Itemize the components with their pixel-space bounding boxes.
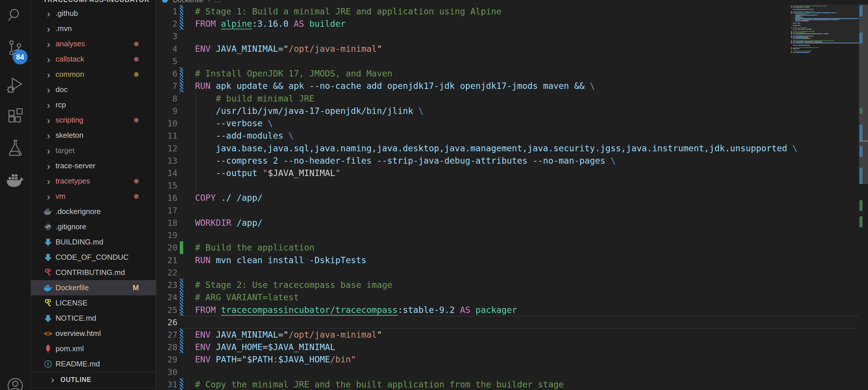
code-line[interactable]: 14 --output "$JAVA_MINIMAL" — [156, 167, 859, 179]
breadcrumb-more[interactable]: … — [214, 0, 221, 4]
code-line[interactable]: 15 — [156, 179, 859, 192]
code-line[interactable]: 2FROM alpine:3.16.0 AS builder — [156, 18, 859, 30]
beaker-icon[interactable] — [0, 139, 30, 156]
docker-icon[interactable] — [0, 172, 30, 188]
sidebar-item-doc[interactable]: ›doc — [31, 82, 156, 97]
code-line[interactable]: 31# Copy the minimal JRE and the built a… — [156, 378, 859, 390]
code-text[interactable]: RUN apk update && apk --no-cache add ope… — [195, 80, 595, 92]
scrollbar-slider[interactable] — [859, 5, 868, 184]
sidebar-item-callstack[interactable]: ›callstack — [31, 52, 156, 67]
chevron-right-icon: › — [49, 372, 56, 387]
code-line[interactable]: 20# Build the application — [156, 241, 859, 254]
code-line[interactable]: 23# Stage 2: Use tracecompass base image — [156, 279, 859, 291]
run-debug-icon[interactable] — [0, 77, 30, 94]
code-line[interactable]: 26 — [156, 316, 859, 329]
breadcrumb-file[interactable]: Dockerfile — [173, 0, 204, 4]
line-number: 12 — [156, 142, 178, 155]
code-line[interactable]: 3 — [156, 30, 859, 42]
code-text[interactable]: # Install OpenJDK 17, JMODS, and Maven — [195, 67, 392, 80]
code-text[interactable]: ENV JAVA_MINIMAL="/opt/java-minimal" — [195, 42, 382, 55]
sidebar-item-overview.html[interactable]: <>overview.html — [31, 326, 156, 341]
explorer-section-header[interactable]: TRACECOMPASS-INCUBATOR — [31, 0, 156, 4]
code-line[interactable]: 25FROM tracecompassincubator/tracecompas… — [156, 304, 859, 317]
code-line[interactable]: 4ENV JAVA_MINIMAL="/opt/java-minimal" — [156, 42, 859, 55]
sidebar-item-common[interactable]: ›common — [31, 67, 156, 82]
sidebar-item-.gitignore[interactable]: .gitignore — [31, 219, 156, 234]
breadcrumb[interactable]: Dockerfile › … — [156, 0, 868, 5]
sidebar-item-tracetypes[interactable]: ›tracetypes — [31, 174, 156, 189]
code-text[interactable]: RUN mvn clean install -DskipTests — [195, 254, 366, 267]
extensions-icon[interactable] — [0, 108, 30, 124]
code-area[interactable]: 1# Stage 1: Build a minimal JRE and appl… — [156, 0, 868, 390]
code-text[interactable]: FROM alpine:3.16.0 AS builder — [195, 18, 346, 30]
code-line[interactable]: 13 --compress 2 --no-header-files --stri… — [156, 154, 859, 167]
code-text[interactable]: COPY ./ /app/ — [195, 191, 262, 204]
code-line[interactable]: 7RUN apk update && apk --no-cache add op… — [156, 80, 859, 92]
code-text[interactable]: ENV JAVA_MINIMAL="/opt/java-minimal" — [195, 328, 382, 341]
account-icon[interactable] — [0, 377, 30, 390]
code-text[interactable]: java.base,java.sql,java.naming,java.desk… — [195, 142, 798, 155]
sidebar-item-.mvn[interactable]: ›.mvn — [31, 21, 156, 36]
code-text[interactable]: --add-modules \ — [195, 129, 293, 142]
code-line[interactable]: 19 — [156, 229, 859, 242]
code-line[interactable]: 5 — [156, 55, 859, 68]
code-line[interactable]: 21RUN mvn clean install -DskipTests — [156, 254, 859, 267]
sidebar-item-.github[interactable]: ›.github — [31, 6, 156, 21]
code-text[interactable]: --compress 2 --no-header-files --strip-j… — [195, 154, 616, 167]
sidebar-item-Dockerfile[interactable]: DockerfileM — [31, 280, 156, 295]
sidebar-item-scripting[interactable]: ›scripting — [31, 113, 156, 128]
code-line[interactable]: 10 --verbose \ — [156, 117, 859, 130]
sidebar-item-trace-server[interactable]: ›trace-server — [31, 158, 156, 174]
chevron-right-icon: › — [45, 113, 52, 127]
editor-pane[interactable]: 1# Stage 1: Build a minimal JRE and appl… — [156, 0, 868, 390]
code-text[interactable]: --verbose \ — [195, 117, 273, 130]
code-text[interactable]: # build minimal JRE — [195, 92, 314, 105]
code-text[interactable]: # Build the application — [195, 241, 314, 254]
code-line[interactable]: 16COPY ./ /app/ — [156, 191, 859, 204]
sidebar-item-README.md[interactable]: iREADME.md — [31, 356, 156, 371]
sidebar-item-analyses[interactable]: ›analyses — [31, 36, 156, 52]
code-line[interactable]: 27ENV JAVA_MINIMAL="/opt/java-minimal" — [156, 328, 859, 341]
code-text[interactable]: WORKDIR /app/ — [195, 216, 262, 229]
minimap-line — [793, 18, 860, 19]
sidebar-item-pom.xml[interactable]: pom.xml — [31, 341, 156, 356]
sidebar-item-CONTRIBUTING.md[interactable]: CONTRIBUTING.md — [31, 265, 156, 280]
code-text[interactable]: # Stage 2: Use tracecompass base image — [195, 279, 392, 291]
sidebar-item-NOTICE.md[interactable]: NOTICE.md — [31, 311, 156, 326]
code-text[interactable]: # Copy the minimal JRE and the built app… — [195, 378, 564, 390]
line-number: 21 — [156, 254, 178, 267]
sidebar-item-rcp[interactable]: ›rcp — [31, 97, 156, 113]
sidebar-item-LICENSE[interactable]: LICENSE — [31, 295, 156, 311]
outline-section-header[interactable]: › OUTLINE — [31, 372, 156, 387]
code-text[interactable]: FROM tracecompassincubator/tracecompass:… — [195, 304, 517, 317]
code-line[interactable]: 30 — [156, 366, 859, 379]
code-line[interactable]: 29ENV PATH="$PATH:$JAVA_HOME/bin" — [156, 353, 859, 366]
code-text[interactable]: ENV PATH="$PATH:$JAVA_HOME/bin" — [195, 353, 356, 366]
code-line[interactable]: 22 — [156, 266, 859, 279]
code-line[interactable]: 18WORKDIR /app/ — [156, 216, 859, 229]
sidebar-item-skeleton[interactable]: ›skeleton — [31, 128, 156, 143]
code-line[interactable]: 1# Stage 1: Build a minimal JRE and appl… — [156, 5, 859, 18]
code-line[interactable]: 8 # build minimal JRE — [156, 92, 859, 105]
code-line[interactable]: 6# Install OpenJDK 17, JMODS, and Maven — [156, 67, 859, 80]
sidebar-item-BUILDING.md[interactable]: BUILDING.md — [31, 234, 156, 250]
sidebar-item-target[interactable]: ›target — [31, 143, 156, 158]
code-line[interactable]: 28ENV JAVA_HOME=$JAVA_MINIMAL — [156, 341, 859, 354]
code-line[interactable]: 17 — [156, 204, 859, 217]
search-icon[interactable] — [0, 7, 30, 23]
code-line[interactable]: 9 /usr/lib/jvm/java-17-openjdk/bin/jlink… — [156, 105, 859, 117]
code-line[interactable]: 11 --add-modules \ — [156, 129, 859, 142]
scrollbar-overview-ruler[interactable] — [859, 0, 868, 390]
code-text[interactable]: ENV JAVA_HOME=$JAVA_MINIMAL — [195, 341, 335, 354]
sidebar-item-vm[interactable]: ›vm — [31, 189, 156, 204]
breadcrumb-separator: › — [208, 0, 210, 4]
code-line[interactable]: 24# ARG VARIANT=latest — [156, 291, 859, 304]
code-text[interactable]: /usr/lib/jvm/java-17-openjdk/bin/jlink \ — [195, 105, 424, 117]
code-text[interactable]: # Stage 1: Build a minimal JRE and appli… — [195, 5, 502, 18]
sidebar-item-.dockerignore[interactable]: .dockerignore — [31, 204, 156, 219]
code-text[interactable]: --output "$JAVA_MINIMAL" — [195, 167, 341, 179]
sidebar-item-CODE_OF_CONDUC...[interactable]: CODE_OF_CONDUC... — [31, 250, 156, 265]
code-line[interactable]: 12 java.base,java.sql,java.naming,java.d… — [156, 142, 859, 155]
minimap[interactable] — [791, 0, 859, 390]
code-text[interactable]: # ARG VARIANT=latest — [195, 291, 299, 304]
